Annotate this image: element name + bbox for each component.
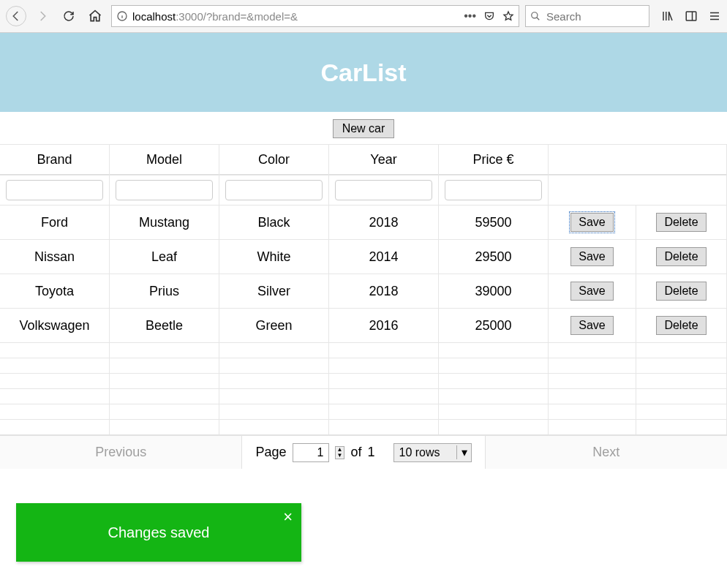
empty-cell xyxy=(636,404,727,419)
empty-cell xyxy=(329,388,439,404)
info-icon[interactable] xyxy=(116,10,128,22)
empty-cell xyxy=(549,373,636,388)
cell-year: 2018 xyxy=(329,274,439,308)
search-input[interactable] xyxy=(545,10,644,23)
cell-year: 2014 xyxy=(329,239,439,274)
page-input[interactable] xyxy=(293,443,329,462)
library-icon[interactable] xyxy=(661,10,674,23)
forward-button[interactable] xyxy=(32,6,53,26)
home-button[interactable] xyxy=(85,6,105,26)
page-label: Page xyxy=(255,445,286,460)
empty-cell xyxy=(110,388,219,404)
browser-toolbar: localhost:3000/?brand=&model=& ••• xyxy=(0,0,727,33)
cell-brand: Volkswagen xyxy=(0,308,110,342)
cell-color: Green xyxy=(219,308,329,342)
empty-cell xyxy=(636,342,727,358)
svg-point-1 xyxy=(532,12,538,18)
delete-cell: Delete xyxy=(636,308,727,342)
empty-cell xyxy=(549,388,636,404)
filter-0 xyxy=(0,175,110,205)
total-pages: 1 xyxy=(367,445,374,460)
cell-brand: Nissan xyxy=(0,239,110,274)
filter-input-0[interactable] xyxy=(6,180,103,200)
cell-year: 2016 xyxy=(329,308,439,342)
search-icon xyxy=(530,11,540,21)
filter-input-2[interactable] xyxy=(225,180,323,200)
page-header: CarList xyxy=(0,33,727,112)
filter-input-1[interactable] xyxy=(116,180,213,200)
col-header-0[interactable]: Brand xyxy=(0,144,110,175)
empty-cell xyxy=(549,342,636,358)
delete-cell: Delete xyxy=(636,205,727,239)
search-box[interactable] xyxy=(525,5,649,27)
empty-cell xyxy=(219,358,329,373)
col-header-2[interactable]: Color xyxy=(219,144,329,175)
filter-input-4[interactable] xyxy=(445,180,542,200)
sidebar-icon[interactable] xyxy=(685,10,698,23)
filter-input-3[interactable] xyxy=(335,180,432,200)
empty-cell xyxy=(549,358,636,373)
page-title: CarList xyxy=(320,59,406,87)
save-button[interactable]: Save xyxy=(570,282,613,301)
empty-cell xyxy=(636,373,727,388)
new-car-button[interactable]: New car xyxy=(333,119,395,138)
save-button[interactable]: Save xyxy=(570,213,613,232)
save-button[interactable]: Save xyxy=(570,316,613,335)
empty-cell xyxy=(0,404,110,419)
save-cell: Save xyxy=(549,239,636,274)
empty-cell xyxy=(110,404,219,419)
empty-cell xyxy=(439,358,549,373)
filter-4 xyxy=(439,175,549,205)
empty-cell xyxy=(219,373,329,388)
col-header-4[interactable]: Price € xyxy=(439,144,549,175)
empty-cell xyxy=(110,342,219,358)
delete-cell: Delete xyxy=(636,274,727,308)
pocket-icon[interactable] xyxy=(483,10,495,22)
col-header-1[interactable]: Model xyxy=(110,144,219,175)
more-icon[interactable]: ••• xyxy=(464,10,476,23)
save-button[interactable]: Save xyxy=(570,247,613,266)
empty-cell xyxy=(439,388,549,404)
pagination-bar: Previous Page ▲▼ of 1 10 rows ▾ Next xyxy=(0,435,727,469)
empty-cell xyxy=(219,404,329,419)
empty-cell xyxy=(439,419,549,434)
menu-icon[interactable] xyxy=(708,10,721,23)
url-bar[interactable]: localhost:3000/?brand=&model=& ••• xyxy=(111,5,519,27)
cell-price: 29500 xyxy=(439,239,549,274)
delete-button[interactable]: Delete xyxy=(656,213,706,232)
cell-price: 39000 xyxy=(439,274,549,308)
empty-cell xyxy=(219,388,329,404)
empty-cell xyxy=(110,358,219,373)
empty-cell xyxy=(636,419,727,434)
page-controls: Page ▲▼ of 1 10 rows ▾ xyxy=(242,436,484,469)
back-button[interactable] xyxy=(6,6,26,26)
toast-message: Changes saved xyxy=(108,524,210,541)
cell-price: 25000 xyxy=(439,308,549,342)
empty-cell xyxy=(219,419,329,434)
of-label: of xyxy=(350,445,361,460)
previous-button[interactable]: Previous xyxy=(0,436,242,469)
cell-color: Black xyxy=(219,205,329,239)
page-spinner[interactable]: ▲▼ xyxy=(335,446,345,459)
empty-cell xyxy=(636,388,727,404)
next-button[interactable]: Next xyxy=(485,436,727,469)
empty-cell xyxy=(110,419,219,434)
col-header-3[interactable]: Year xyxy=(329,144,439,175)
cell-color: White xyxy=(219,239,329,274)
filter-1 xyxy=(110,175,219,205)
svg-rect-2 xyxy=(686,12,696,20)
rows-select[interactable]: 10 rows ▾ xyxy=(393,443,471,462)
reload-button[interactable] xyxy=(59,6,79,26)
delete-button[interactable]: Delete xyxy=(656,247,706,266)
delete-button[interactable]: Delete xyxy=(656,316,706,335)
cell-brand: Ford xyxy=(0,205,110,239)
delete-button[interactable]: Delete xyxy=(656,282,706,301)
empty-cell xyxy=(439,373,549,388)
cell-model: Beetle xyxy=(110,308,219,342)
close-icon[interactable]: × xyxy=(283,508,293,527)
empty-cell xyxy=(0,358,110,373)
cell-model: Prius xyxy=(110,274,219,308)
chevron-down-icon: ▾ xyxy=(456,445,467,459)
empty-cell xyxy=(439,404,549,419)
star-icon[interactable] xyxy=(502,10,514,22)
